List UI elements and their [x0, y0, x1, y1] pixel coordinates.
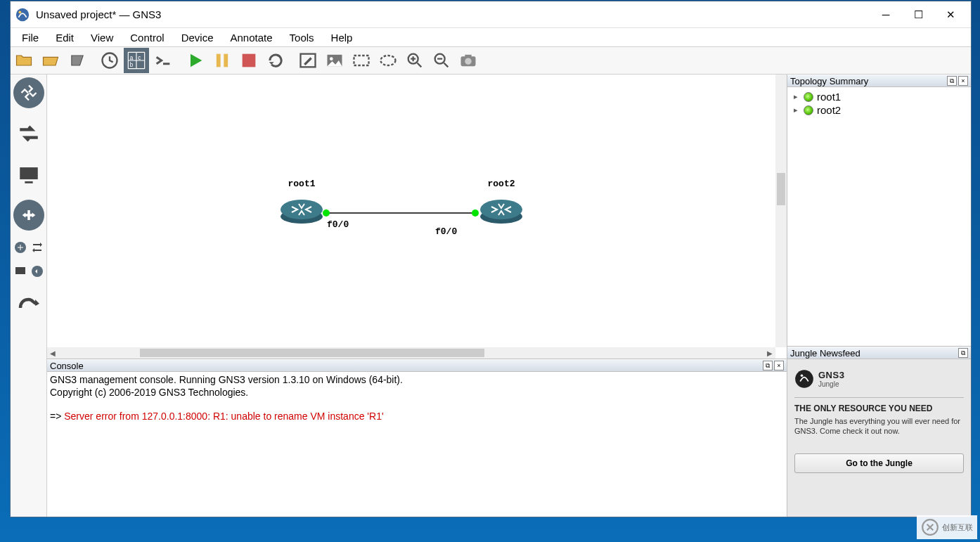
snapshot-icon[interactable]: acb — [124, 48, 149, 73]
routers-icon[interactable] — [13, 77, 44, 108]
node-root1[interactable]: root1 — [279, 194, 324, 228]
svg-point-0 — [16, 8, 29, 20]
menu-control[interactable]: Control — [122, 30, 172, 45]
maximize-button[interactable]: ☐ — [902, 4, 934, 25]
console-line: Copyright (c) 2006-2019 GNS3 Technologie… — [50, 387, 248, 398]
open-project-icon[interactable] — [38, 48, 63, 73]
tree-item-root1[interactable]: ▸ root1 — [790, 90, 968, 103]
console-icon[interactable] — [150, 48, 176, 73]
topology-header: Topology Summary ⧉ × — [787, 75, 971, 87]
close-panel-button[interactable]: × — [958, 76, 968, 86]
minimize-button[interactable]: ─ — [870, 4, 902, 25]
grid-icons-row-2 — [13, 264, 44, 278]
grid-icons-row — [13, 240, 44, 254]
newsfeed-logo: GNS3 Jungle — [794, 369, 964, 389]
link-icon[interactable] — [13, 288, 44, 319]
ellipse-icon[interactable] — [375, 48, 401, 73]
svg-point-29 — [795, 370, 813, 388]
svg-point-30 — [801, 375, 804, 378]
rect-icon[interactable] — [349, 48, 374, 73]
menubar: File Edit View Control Device Annotate T… — [11, 28, 971, 46]
svg-point-17 — [465, 58, 471, 65]
tree-item-root2[interactable]: ▸ root2 — [790, 103, 968, 117]
console-prompt: => — [50, 411, 64, 422]
panel-title: Jungle Newsfeed — [790, 348, 957, 359]
svg-rect-19 — [20, 167, 38, 179]
security-icon[interactable] — [13, 200, 44, 231]
svg-point-28 — [480, 200, 522, 219]
menu-device[interactable]: Device — [173, 30, 222, 45]
node-name: root2 — [817, 104, 841, 116]
svg-point-26 — [281, 200, 323, 219]
console-error: Server error from 127.0.0.1:8000: R1: un… — [64, 411, 383, 422]
undock-button[interactable]: ⧉ — [763, 361, 773, 370]
svg-point-13 — [381, 56, 396, 65]
node-label: root2 — [487, 179, 515, 189]
svg-rect-8 — [243, 54, 256, 67]
menu-view[interactable]: View — [82, 30, 122, 45]
canvas[interactable]: root1 f0/0 root2 f0/0 ◀▶ — [47, 75, 787, 359]
small-grid-icon-4[interactable] — [30, 264, 44, 278]
svg-rect-12 — [354, 56, 369, 65]
svg-point-1 — [19, 11, 22, 13]
undock-button[interactable]: ⧉ — [958, 348, 968, 358]
window-controls: ─ ☐ ✕ — [870, 4, 967, 25]
svg-rect-18 — [465, 55, 471, 58]
chevron-right-icon: ▸ — [792, 92, 800, 101]
panel-title: Console — [50, 361, 761, 371]
newsfeed-body: GNS3 Jungle THE ONLY RESOURCE YOU NEED T… — [787, 359, 971, 517]
horizontal-scrollbar[interactable]: ◀▶ — [47, 347, 775, 359]
newsfeed-header: Jungle Newsfeed ⧉ — [787, 347, 971, 359]
titlebar: Unsaved project* — GNS3 ─ ☐ ✕ — [11, 1, 971, 28]
devices-toolbar — [11, 75, 47, 517]
zoom-in-icon[interactable] — [402, 48, 427, 73]
port-label: f0/0 — [327, 219, 349, 230]
topology-tree: ▸ root1 ▸ root2 — [787, 87, 971, 346]
screenshot-icon[interactable] — [456, 48, 481, 73]
right-column: Topology Summary ⧉ × ▸ root1 ▸ root2 — [787, 75, 971, 517]
svg-rect-7 — [224, 54, 228, 67]
close-button[interactable]: ✕ — [934, 4, 967, 25]
node-name: root1 — [817, 91, 841, 103]
menu-annotate[interactable]: Annotate — [222, 30, 281, 45]
svg-rect-20 — [25, 181, 32, 183]
save-icon[interactable] — [65, 48, 90, 73]
go-to-jungle-button[interactable]: Go to the Jungle — [794, 453, 964, 473]
small-grid-icon-1[interactable] — [13, 240, 27, 254]
center-column: root1 f0/0 root2 f0/0 ◀▶ — [47, 75, 787, 517]
status-running-icon — [804, 92, 813, 102]
end-devices-icon[interactable] — [13, 159, 44, 190]
close-panel-button[interactable]: × — [774, 361, 784, 370]
play-icon[interactable] — [183, 48, 208, 73]
small-grid-icon-2[interactable] — [30, 240, 44, 254]
svg-text:b: b — [130, 62, 134, 68]
small-grid-icon-3[interactable] — [13, 264, 27, 278]
chevron-right-icon: ▸ — [792, 105, 800, 115]
menu-edit[interactable]: Edit — [47, 30, 82, 45]
pause-icon[interactable] — [209, 48, 235, 73]
stop-icon[interactable] — [236, 48, 262, 73]
image-icon[interactable] — [322, 48, 347, 73]
console-header: Console ⧉ × — [47, 359, 787, 372]
app-icon — [15, 7, 30, 22]
console-output[interactable]: GNS3 management console. Running GNS3 ve… — [47, 372, 787, 517]
open-folder-icon[interactable] — [11, 48, 37, 73]
undock-button[interactable]: ⧉ — [947, 76, 957, 86]
pencil-icon[interactable] — [295, 48, 321, 73]
clock-icon[interactable] — [97, 48, 122, 73]
newsfeed-headline: THE ONLY RESOURCE YOU NEED — [794, 397, 964, 413]
subbrand-text: Jungle — [818, 380, 844, 388]
toolbar: acb — [11, 46, 971, 75]
node-label: root1 — [288, 179, 315, 189]
brand-text: GNS3 — [818, 370, 844, 380]
window-title: Unsaved project* — GNS3 — [36, 8, 870, 20]
menu-file[interactable]: File — [13, 30, 47, 45]
switches-icon[interactable] — [13, 118, 44, 149]
newsfeed-panel: Jungle Newsfeed ⧉ GNS3 Jungle THE ONLY R… — [787, 347, 971, 517]
zoom-out-icon[interactable] — [429, 48, 454, 73]
menu-help[interactable]: Help — [323, 30, 361, 45]
menu-tools[interactable]: Tools — [281, 30, 323, 45]
vertical-scrollbar[interactable] — [775, 75, 787, 347]
reload-icon[interactable] — [263, 48, 288, 73]
node-root2[interactable]: root2 — [479, 194, 524, 228]
